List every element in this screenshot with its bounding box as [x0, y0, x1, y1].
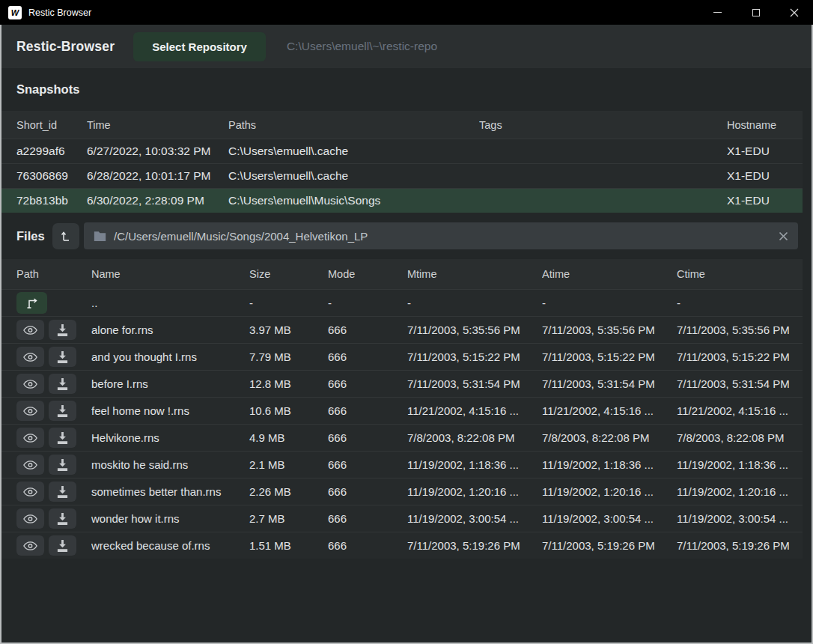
file-size: 10.6 MB: [249, 404, 328, 417]
column-header-size: Size: [249, 268, 328, 280]
preview-file-button[interactable]: [16, 401, 44, 421]
snapshot-time: 6/28/2022, 10:01:17 PM: [87, 169, 228, 183]
file-mode: 666: [328, 512, 407, 525]
snapshot-row[interactable]: 76306869 6/28/2022, 10:01:17 PM C:\Users…: [1, 163, 803, 188]
download-file-button[interactable]: [49, 401, 76, 421]
preview-file-button[interactable]: [16, 482, 44, 502]
level-up-icon: [24, 296, 40, 311]
select-repository-button[interactable]: Select Repository: [133, 32, 266, 61]
page-title: Restic-Browser: [16, 39, 115, 55]
file-name: feel home now !.rns: [91, 404, 249, 417]
file-name: moskito he said.rns: [91, 458, 249, 471]
column-header-hostname: Hostname: [727, 119, 803, 131]
download-file-button[interactable]: [49, 347, 76, 367]
files-toolbar: Files /C/Users/emuell/Music/Songs/2004_H…: [1, 213, 812, 259]
snapshot-hostname: X1-EDU: [727, 194, 803, 207]
go-parent-button[interactable]: [16, 292, 47, 314]
file-mtime: 7/11/2003, 5:35:56 PM: [407, 323, 542, 336]
window-body: Restic-Browser Select Repository C:\User…: [0, 25, 813, 644]
snapshot-paths: C:\Users\emuell\.cache: [228, 145, 479, 158]
file-mode: 666: [328, 404, 407, 417]
minimize-button[interactable]: [698, 0, 737, 25]
file-row: feel home now !.rns10.6 MB66611/21/2002,…: [1, 397, 803, 424]
file-mtime: 7/11/2003, 5:31:54 PM: [407, 377, 542, 390]
eye-icon: [23, 352, 37, 362]
download-icon: [56, 459, 69, 471]
snapshot-row-selected[interactable]: 72b813bb 6/30/2022, 2:28:09 PM C:\Users\…: [1, 188, 803, 213]
file-mode: 666: [328, 350, 407, 363]
snapshot-short-id: a2299af6: [16, 145, 87, 158]
file-mode: -: [328, 297, 407, 309]
file-mtime: 11/19/2002, 3:00:54 ...: [407, 512, 542, 525]
go-up-icon: [58, 228, 73, 243]
file-row: and you thought I.rns7.79 MB6667/11/2003…: [1, 343, 803, 370]
file-size: 2.26 MB: [249, 485, 328, 498]
preview-file-button[interactable]: [16, 508, 44, 529]
file-ctime: 7/11/2003, 5:19:26 PM: [677, 539, 803, 552]
preview-file-button[interactable]: [16, 428, 44, 448]
file-atime: 7/11/2003, 5:35:56 PM: [542, 323, 677, 336]
eye-icon: [23, 379, 37, 389]
clear-path-button[interactable]: [779, 231, 788, 241]
download-icon: [56, 486, 69, 498]
file-mode: 666: [328, 377, 407, 390]
snapshot-paths: C:\Users\emuell\Music\Songs: [228, 194, 479, 207]
files-path-input[interactable]: /C/Users/emuell/Music/Songs/2004_Helveti…: [84, 222, 798, 249]
eye-icon: [23, 460, 37, 470]
download-file-button[interactable]: [49, 508, 76, 529]
snapshot-short-id: 76306869: [16, 169, 87, 183]
file-name: alone for.rns: [91, 323, 249, 336]
snapshot-hostname: X1-EDU: [727, 169, 803, 183]
download-file-button[interactable]: [49, 428, 76, 448]
eye-icon: [23, 325, 37, 335]
file-size: 12.8 MB: [249, 377, 328, 390]
file-name: and you thought I.rns: [91, 350, 249, 363]
column-header-tags: Tags: [479, 119, 727, 131]
snapshot-row[interactable]: a2299af6 6/27/2022, 10:03:32 PM C:\Users…: [1, 139, 803, 163]
preview-file-button[interactable]: [16, 374, 44, 394]
file-name: wonder how it.rns: [91, 512, 249, 525]
download-file-button[interactable]: [49, 535, 76, 556]
preview-file-button[interactable]: [16, 535, 44, 556]
download-file-button[interactable]: [49, 374, 76, 394]
file-atime: 11/19/2002, 1:20:16 ...: [542, 485, 677, 498]
file-mode: 666: [328, 431, 407, 444]
file-mtime: 7/8/2003, 8:22:08 PM: [407, 431, 542, 444]
file-size: 1.51 MB: [249, 539, 328, 552]
download-file-button[interactable]: [49, 320, 76, 340]
go-to-root-button[interactable]: [52, 223, 79, 249]
eye-icon: [23, 406, 37, 416]
file-mtime: 7/11/2003, 5:19:26 PM: [407, 539, 542, 552]
app-logo-icon: W: [8, 6, 22, 19]
download-icon: [56, 432, 69, 444]
file-atime: 7/11/2003, 5:15:22 PM: [542, 350, 677, 363]
close-icon: [790, 8, 799, 17]
file-atime: 11/19/2002, 3:00:54 ...: [542, 512, 677, 525]
file-atime: 7/11/2003, 5:19:26 PM: [542, 539, 677, 552]
file-name: ..: [91, 297, 249, 309]
snapshot-time: 6/30/2022, 2:28:09 PM: [87, 194, 228, 207]
minimize-icon: [713, 12, 722, 13]
file-atime: -: [542, 297, 677, 309]
snapshot-paths: C:\Users\emuell\.cache: [228, 169, 479, 183]
file-mode: 666: [328, 458, 407, 471]
repository-header: Restic-Browser Select Repository C:\User…: [1, 25, 812, 68]
window-title: Restic Browser: [28, 7, 91, 18]
file-ctime: 7/11/2003, 5:15:22 PM: [677, 350, 803, 363]
file-row: Helvikone.rns4.9 MB6667/8/2003, 8:22:08 …: [1, 424, 803, 451]
file-mode: 666: [328, 323, 407, 336]
file-size: 2.7 MB: [249, 512, 328, 525]
download-file-button[interactable]: [49, 482, 76, 502]
file-mtime: 11/19/2002, 1:18:36 ...: [407, 458, 542, 471]
column-header-atime: Atime: [542, 268, 677, 280]
close-button[interactable]: [775, 0, 813, 25]
column-header-short-id: Short_id: [16, 119, 87, 131]
maximize-button[interactable]: [737, 0, 775, 25]
preview-file-button[interactable]: [16, 347, 44, 367]
app-window: W Restic Browser Restic-Browser Select R…: [0, 0, 813, 644]
file-ctime: 11/19/2002, 3:00:54 ...: [677, 512, 803, 525]
preview-file-button[interactable]: [16, 455, 44, 475]
preview-file-button[interactable]: [16, 320, 44, 340]
download-file-button[interactable]: [49, 455, 76, 475]
maximize-icon: [752, 9, 760, 16]
